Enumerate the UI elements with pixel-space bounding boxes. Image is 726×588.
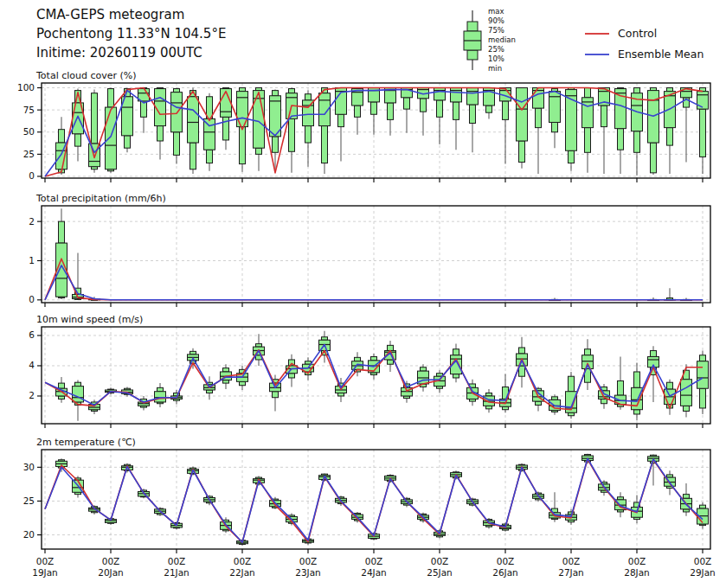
box-p10-p25	[338, 114, 344, 126]
legend-line-label: Ensemble Mean	[618, 48, 704, 61]
box-p75-p90	[108, 89, 114, 108]
legend: max90%75%median25%10%minControlEnsemble …	[464, 7, 704, 73]
box-p10-p25	[700, 388, 706, 408]
panel-frame	[42, 327, 710, 424]
box-p10-p25	[174, 132, 180, 156]
legend-box-label: 10%	[488, 54, 504, 63]
y-tick-label: 30	[23, 462, 35, 472]
panel-2: Total precipitation (mm/6h)012	[29, 193, 710, 307]
box-p10-p25	[190, 143, 196, 169]
y-tick-label: 0	[29, 170, 35, 181]
panel-frame	[42, 206, 710, 303]
x-axis-labels: 00Z19Jan00Z20Jan00Z21Jan00Z22Jan00Z23Jan…	[32, 556, 716, 578]
panel-3: 10m wind speed (m/s)246	[29, 314, 710, 428]
x-tick-date-label: 26Jan	[492, 567, 518, 578]
box-p10-p25	[240, 127, 246, 164]
box-p10-p25	[684, 406, 690, 411]
legend-box-label: median	[488, 35, 516, 44]
box-p75-p90	[552, 397, 558, 400]
box-p75-p90	[256, 344, 262, 348]
box-p10-p25	[388, 360, 394, 364]
box-p75-p90	[371, 356, 377, 360]
panel-4: 2m temperature (℃)202530	[23, 437, 710, 553]
box-p75-p90	[190, 351, 196, 355]
box-iqr	[73, 387, 84, 402]
legend-box-label: 75%	[488, 26, 504, 35]
x-tick-date-label: 22Jan	[229, 567, 255, 578]
box-iqr	[434, 88, 446, 100]
box-p10-p25	[585, 128, 591, 153]
x-tick-time-label: 00Z	[497, 556, 515, 566]
box-iqr	[697, 92, 709, 109]
legend-box-label: 25%	[488, 45, 504, 54]
y-tick-label: 50	[23, 126, 35, 137]
box-p10-p25	[75, 134, 81, 146]
box-p10-p25	[437, 100, 443, 117]
box-p10-p25	[355, 105, 361, 117]
legend-box-label: min	[488, 64, 502, 73]
box-p75-p90	[174, 89, 180, 93]
box-p75-p90	[92, 93, 98, 144]
x-tick-time-label: 00Z	[36, 556, 55, 566]
box-p10-p25	[601, 105, 607, 127]
meteogram-page: CMA-GEPS meteogram Pochentong 11.33°N 10…	[0, 0, 726, 588]
y-tick-label: 20	[23, 529, 35, 540]
box-p10-p25	[125, 136, 131, 148]
box-p10-p25	[207, 390, 213, 393]
box-p75-p90	[486, 393, 492, 396]
box-p10-p25	[569, 412, 575, 416]
box-p75-p90	[223, 368, 229, 372]
box-p10-p25	[289, 118, 295, 151]
boxplot-series	[56, 331, 709, 421]
box-p10-p25	[223, 380, 229, 384]
y-tick-label: 6	[29, 329, 35, 340]
box-p75-p90	[667, 382, 673, 389]
y-tick-label: 2	[29, 390, 35, 400]
box-p75-p90	[634, 88, 640, 93]
box-p75-p90	[634, 372, 640, 387]
box-p10-p25	[700, 109, 706, 157]
box-p75-p90	[585, 88, 591, 98]
box-p10-p25	[289, 374, 295, 378]
x-tick-time-label: 00Z	[168, 556, 186, 566]
box-p75-p90	[59, 383, 65, 388]
box-p75-p90	[618, 380, 624, 395]
x-tick-time-label: 00Z	[365, 556, 383, 566]
box-iqr	[697, 361, 709, 389]
legend-line-label: Control	[618, 27, 657, 40]
y-tick-label: 75	[23, 105, 35, 115]
box-p75-p90	[684, 495, 690, 499]
x-tick-time-label: 00Z	[234, 556, 252, 566]
box-p75-p90	[453, 349, 459, 355]
panel-title: Total precipitation (mm/6h)	[35, 193, 166, 204]
box-p10-p25	[59, 396, 65, 399]
box-p75-p90	[75, 382, 81, 386]
box-p10-p25	[503, 101, 509, 120]
box-iqr	[254, 91, 265, 149]
boxplot-series	[56, 88, 709, 176]
box-p10-p25	[404, 98, 410, 109]
box-p75-p90	[273, 91, 279, 96]
box-p10-p25	[305, 126, 312, 143]
x-tick-time-label: 00Z	[628, 556, 646, 566]
box-p10-p25	[536, 108, 542, 128]
y-tick-label: 4	[29, 360, 35, 370]
box-p75-p90	[651, 350, 657, 356]
x-tick-date-label: 25Jan	[427, 567, 453, 578]
y-tick-label: 25	[23, 495, 35, 506]
box-p10-p25	[601, 399, 607, 403]
box-p75-p90	[157, 387, 164, 391]
box-p10-p25	[453, 374, 459, 378]
legend-box-label: 90%	[488, 16, 504, 25]
box-p10-p25	[256, 148, 262, 154]
box-p75-p90	[667, 88, 673, 92]
panel-title: 10m wind speed (m/s)	[36, 314, 143, 325]
box-p75-p90	[289, 89, 295, 93]
box-p75-p90	[700, 355, 706, 361]
box-iqr	[171, 93, 183, 132]
box-p10-p25	[536, 401, 542, 405]
meteogram-canvas: Total cloud cover (%)0255075100Total pre…	[0, 0, 726, 588]
box-p75-p90	[59, 130, 65, 143]
x-tick-date-label: 27Jan	[558, 567, 584, 578]
box-p10-p25	[503, 406, 509, 410]
